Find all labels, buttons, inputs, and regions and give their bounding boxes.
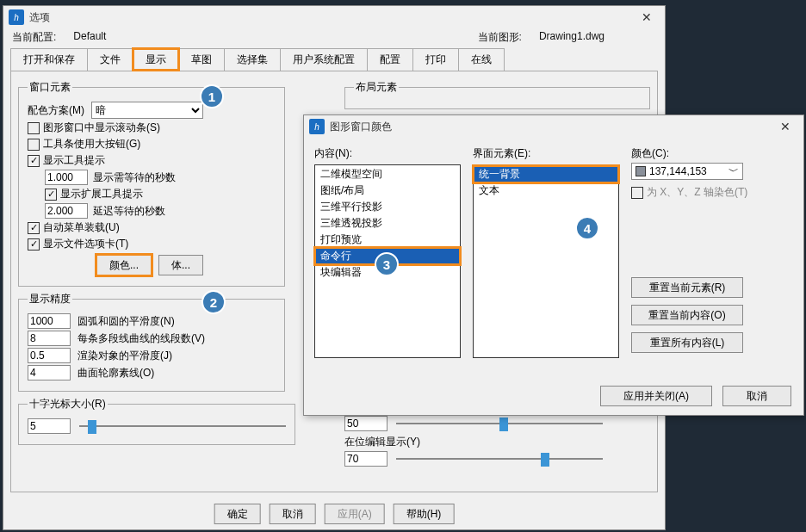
list-item[interactable]: 二维模型空间: [315, 166, 460, 182]
crosshair-group: 十字光标大小(R): [18, 397, 295, 445]
layout-slider-b-input[interactable]: [344, 451, 388, 467]
display-accuracy-legend: 显示精度: [28, 292, 72, 306]
ext-delay-label: 延迟等待的秒数: [93, 204, 165, 219]
surface-lines-label: 曲面轮廓素线(O): [78, 366, 154, 380]
cancel-button[interactable]: 取消: [270, 504, 316, 524]
scrollbars-label: 图形窗口中显示滚动条(S): [43, 121, 160, 135]
reset-all-button[interactable]: 重置所有内容(L): [631, 332, 743, 353]
tooltip-delay-label: 显示需等待的秒数: [93, 170, 176, 185]
close-icon[interactable]: ✕: [634, 9, 660, 26]
color-scheme-select[interactable]: 暗: [91, 102, 203, 119]
checkbox-tint-xyz[interactable]: [631, 187, 643, 199]
reset-element-button[interactable]: 重置当前元素(R): [631, 277, 743, 298]
window-elements-group: 窗口元素 配色方案(M) 暗 图形窗口中显示滚动条(S) 工具条使用大按钮(G)…: [18, 80, 285, 287]
render-smooth-input[interactable]: [28, 348, 71, 363]
auto-menu-label: 自动菜单装载(U): [43, 220, 120, 235]
layout-elements-group: 布局元素: [344, 80, 650, 109]
tooltips-label: 显示工具提示: [43, 153, 105, 168]
tab-file[interactable]: 文件: [87, 48, 133, 71]
options-titlebar: h 选项 ✕: [3, 6, 665, 28]
checkbox-file-tabs[interactable]: [28, 238, 40, 251]
checkbox-scrollbars[interactable]: [28, 122, 40, 134]
checkbox-ext-tooltips[interactable]: [45, 189, 57, 201]
info-row: 当前配置: Default 当前图形: Drawing1.dwg: [3, 28, 665, 48]
apply-button[interactable]: 应用(A): [325, 504, 385, 524]
tab-sketch[interactable]: 草图: [178, 48, 225, 71]
arc-smooth-label: 圆弧和圆的平滑度(N): [78, 314, 175, 329]
color-value: 137,144,153: [649, 165, 707, 177]
ext-tooltips-label: 显示扩展工具提示: [60, 187, 143, 201]
layout-slider-a-input[interactable]: [344, 416, 388, 431]
list-item[interactable]: 图纸/布局: [315, 182, 460, 199]
arc-smooth-input[interactable]: [28, 313, 71, 329]
tab-open-save[interactable]: 打开和保存: [10, 48, 88, 71]
layout-slider-a[interactable]: [396, 416, 603, 431]
badge-3: 3: [375, 252, 399, 276]
window-elements-legend: 窗口元素: [28, 80, 72, 95]
current-profile-value: Default: [73, 30, 106, 45]
reset-content-button[interactable]: 重置当前内容(O): [631, 305, 743, 325]
list-item[interactable]: 文本: [474, 182, 618, 199]
list-item-uniform-bg[interactable]: 统一背景: [474, 166, 618, 182]
crosshair-input[interactable]: [28, 418, 71, 434]
apply-close-button[interactable]: 应用并关闭(A): [600, 386, 712, 406]
tint-xyz-label: 为 X、Y、Z 轴染色(T): [647, 185, 747, 200]
app-icon: h: [309, 119, 325, 134]
dialog-button-row: 确定 取消 应用(A) 帮助(H): [214, 504, 455, 524]
badge-2: 2: [202, 290, 226, 314]
tab-user-prefs[interactable]: 用户系统配置: [280, 48, 368, 71]
polyline-segs-input[interactable]: [28, 331, 71, 346]
color-swatch-icon: [636, 166, 646, 176]
file-tabs-label: 显示文件选项卡(T): [43, 237, 128, 251]
element-label: 界面元素(E):: [473, 146, 619, 161]
crosshair-slider[interactable]: [79, 418, 286, 434]
chevron-down-icon: ﹀: [728, 164, 739, 179]
layout-slider-b[interactable]: [396, 451, 603, 467]
tab-selection[interactable]: 选择集: [224, 48, 281, 71]
colors-button[interactable]: 颜色...: [96, 255, 152, 275]
tab-online[interactable]: 在线: [458, 48, 505, 71]
tab-bar: 打开和保存 文件 显示 草图 选择集 用户系统配置 配置 打印 在线: [3, 48, 665, 71]
color-select[interactable]: 137,144,153 ﹀: [631, 163, 743, 180]
ext-delay-input[interactable]: [45, 203, 88, 219]
badge-4: 4: [575, 216, 599, 240]
current-drawing-label: 当前图形:: [478, 30, 522, 45]
checkbox-auto-menu[interactable]: [28, 222, 40, 234]
tab-print[interactable]: 打印: [412, 48, 459, 71]
ok-button[interactable]: 确定: [214, 504, 261, 524]
tab-display[interactable]: 显示: [133, 48, 179, 71]
render-smooth-label: 渲染对象的平滑度(J): [78, 349, 172, 363]
display-accuracy-group: 显示精度 圆弧和圆的平滑度(N) 每条多段线曲线的线段数(V) 渲染对象的平滑度…: [18, 292, 285, 392]
current-profile-label: 当前配置:: [12, 30, 56, 45]
content-label: 内容(N):: [314, 146, 461, 161]
layout-elements-legend: 布局元素: [354, 80, 399, 95]
crosshair-legend: 十字光标大小(R): [28, 397, 108, 411]
tooltip-delay-input[interactable]: [45, 170, 88, 185]
fonts-button[interactable]: 体...: [158, 255, 203, 275]
app-icon: h: [9, 9, 24, 25]
element-listbox[interactable]: 统一背景 文本: [473, 164, 619, 358]
current-drawing-value: Drawing1.dwg: [539, 30, 604, 45]
colors-title: 图形窗口颜色: [330, 120, 772, 134]
list-item[interactable]: 打印预览: [315, 232, 460, 248]
color-scheme-label: 配色方案(M): [28, 103, 84, 118]
checkbox-tooltips[interactable]: [28, 155, 40, 167]
badge-1: 1: [200, 84, 224, 108]
close-icon[interactable]: ✕: [772, 118, 798, 135]
help-button[interactable]: 帮助(H): [394, 504, 455, 524]
surface-lines-input[interactable]: [28, 365, 71, 380]
colors-titlebar: h 图形窗口颜色 ✕: [304, 115, 803, 138]
color-label: 颜色(C):: [631, 147, 669, 159]
inplace-edit-label: 在位编辑显示(Y): [344, 435, 420, 449]
polyline-segs-label: 每条多段线曲线的线段数(V): [78, 331, 205, 346]
large-buttons-label: 工具条使用大按钮(G): [43, 137, 140, 152]
colors-button-row: 应用并关闭(A) 取消: [600, 386, 791, 406]
tab-profiles[interactable]: 配置: [367, 48, 413, 71]
colors-body: 内容(N): 二维模型空间 图纸/布局 三维平行投影 三维透视投影 打印预览 命…: [304, 138, 803, 415]
options-title: 选项: [29, 10, 634, 25]
list-item[interactable]: 三维平行投影: [315, 199, 460, 215]
colors-cancel-button[interactable]: 取消: [722, 386, 791, 406]
list-item[interactable]: 三维透视投影: [315, 215, 460, 232]
checkbox-large-buttons[interactable]: [28, 139, 40, 151]
